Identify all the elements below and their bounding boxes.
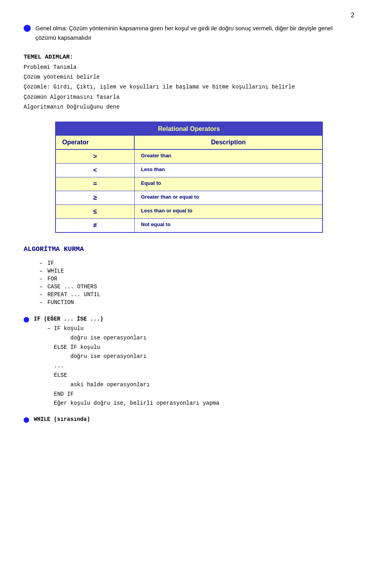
table-cell-op-3: ≥ bbox=[56, 191, 135, 205]
algoritma-item-if: IF bbox=[39, 259, 354, 267]
if-code-line-9: Eğer koşulu doğru ise, belirli operasyon… bbox=[47, 399, 354, 408]
table-row: ≤ Less than or equal to bbox=[56, 205, 322, 219]
temel-section: TEMEL ADIMLAR: Problemi Tanımla Çözüm yö… bbox=[24, 52, 354, 112]
intro-section: Genel olma: Çözüm yönteminin kapsamına g… bbox=[24, 24, 354, 42]
while-title: WHILE (sırasında) bbox=[34, 416, 90, 422]
if-code-block: – IF koşulu doğru ise operasyonları ELSE… bbox=[47, 324, 354, 408]
while-bullet-icon bbox=[24, 417, 29, 423]
table-cell-op-5: ≠ bbox=[56, 219, 135, 232]
table-cell-desc-2: Equal to bbox=[135, 177, 322, 191]
intro-bullet: Genel olma: Çözüm yönteminin kapsamına g… bbox=[24, 24, 354, 42]
algoritma-item-while: WHILE bbox=[39, 267, 354, 275]
if-code-line-7: aski halde operasyonları bbox=[47, 380, 354, 390]
if-bullet-icon bbox=[24, 317, 29, 323]
temel-item-1: Problemi Tanımla bbox=[24, 63, 354, 72]
temel-item-5: Algoritmanın Doğruluğunu dene bbox=[24, 102, 354, 112]
while-bullet-row: WHILE (sırasında) bbox=[24, 416, 354, 423]
temel-header: TEMEL ADIMLAR: bbox=[24, 52, 354, 63]
table-cell-op-2: = bbox=[56, 177, 135, 191]
table-row: = Equal to bbox=[56, 177, 322, 191]
table-col-operator-header: Operator bbox=[56, 136, 135, 149]
bullet-icon bbox=[24, 25, 31, 32]
relational-operators-table: Relational Operators Operator Descriptio… bbox=[55, 122, 323, 233]
intro-text: Genel olma: Çözüm yönteminin kapsamına g… bbox=[35, 24, 354, 42]
algoritma-item-repeat: REPEAT ... UNTIL bbox=[39, 291, 354, 299]
if-title: IF (EĞER ... İSE ...) bbox=[34, 316, 103, 322]
algoritma-item-function: FUNCTION bbox=[39, 299, 354, 306]
algoritma-section: ALGORİTMA KURMA IF WHILE FOR CASE ... OT… bbox=[24, 245, 354, 306]
table-row: > Greater than bbox=[56, 150, 322, 164]
table-row: ≠ Not equal to bbox=[56, 219, 322, 232]
if-bullet-row: IF (EĞER ... İSE ...) bbox=[24, 316, 354, 323]
table-cell-desc-1: Less than bbox=[135, 164, 322, 177]
temel-item-4: Çözümün Algoritmasını Tasarla bbox=[24, 92, 354, 102]
table-row: < Less than bbox=[56, 164, 322, 177]
if-code-line-4: doğru ise operasyonları bbox=[47, 352, 354, 361]
algoritma-list: IF WHILE FOR CASE ... OTHERS REPEAT ... … bbox=[39, 259, 354, 306]
table-col-description-header: Description bbox=[135, 136, 322, 149]
algoritma-item-for: FOR bbox=[39, 275, 354, 283]
temel-item-2: Çözüm yöntemini belirle bbox=[24, 72, 354, 82]
if-section: IF (EĞER ... İSE ...) – IF koşulu doğru … bbox=[24, 316, 354, 408]
if-code-line-2: doğru ise operasyonları bbox=[47, 334, 354, 343]
if-code-line-5: ... bbox=[47, 361, 354, 371]
table-row: ≥ Greater than or equal to bbox=[56, 191, 322, 205]
table-cell-desc-5: Not equal to bbox=[135, 219, 322, 232]
table-cell-desc-4: Less than or equal to bbox=[135, 205, 322, 218]
table-cell-desc-0: Greater than bbox=[135, 150, 322, 163]
algoritma-header: ALGORİTMA KURMA bbox=[24, 245, 354, 253]
if-code-line-1: – IF koşulu bbox=[47, 324, 354, 334]
table-cell-op-4: ≤ bbox=[56, 205, 135, 218]
table-cell-op-0: > bbox=[56, 150, 135, 163]
page-number: 2 bbox=[351, 12, 354, 19]
if-code-line-8: END IF bbox=[47, 390, 354, 399]
temel-item-3: Çözümle: Girdi, Çıktı, işlem ve koşullar… bbox=[24, 82, 354, 92]
table-header-row: Operator Description bbox=[56, 136, 322, 150]
table-title: Relational Operators bbox=[56, 122, 322, 136]
algoritma-item-case: CASE ... OTHERS bbox=[39, 283, 354, 291]
if-code-line-3: ELSE İF koşulu bbox=[47, 343, 354, 352]
if-code-line-6: ELSE bbox=[47, 371, 354, 380]
table-cell-op-1: < bbox=[56, 164, 135, 177]
table-cell-desc-3: Greater than or equal to bbox=[135, 191, 322, 205]
